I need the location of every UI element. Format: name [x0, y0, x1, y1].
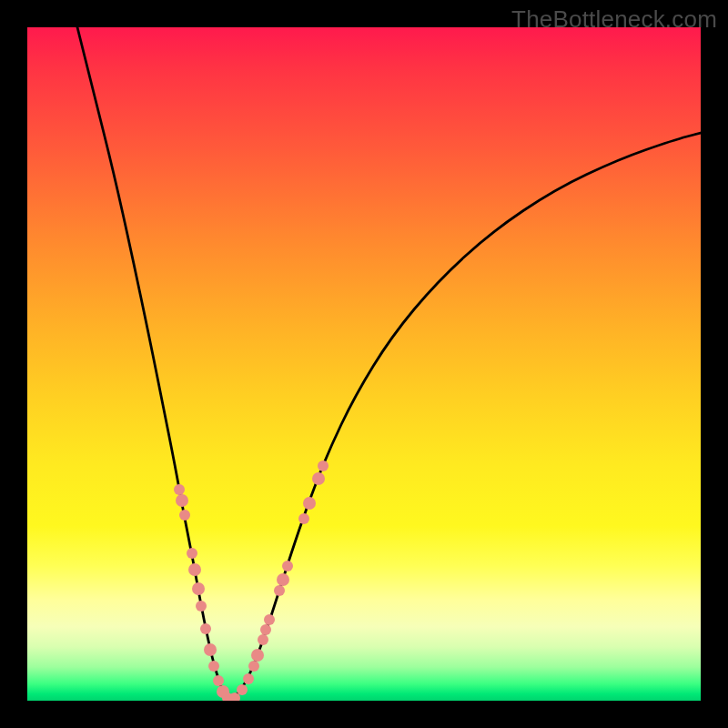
bead-marker	[312, 472, 325, 485]
bottleneck-curve	[77, 27, 701, 697]
bead-marker	[248, 661, 259, 672]
outer-frame: TheBottleneck.com	[0, 0, 728, 728]
bead-marker	[187, 548, 197, 559]
bead-marker	[192, 582, 205, 595]
bead-marker	[282, 561, 293, 571]
bead-marker	[251, 649, 264, 662]
bead-marker	[196, 601, 207, 612]
bead-marker	[213, 675, 224, 686]
bead-marker	[318, 460, 329, 471]
bead-marker	[188, 563, 201, 576]
bead-marker	[274, 585, 285, 596]
bead-marker	[208, 661, 219, 672]
bead-marker	[258, 634, 268, 645]
bottleneck-curve-svg	[27, 27, 701, 701]
bead-marker	[176, 494, 188, 507]
plot-area	[27, 27, 701, 701]
bead-marker	[179, 510, 190, 521]
bead-marker	[174, 484, 185, 495]
bead-marker	[303, 497, 316, 510]
bead-marker	[237, 684, 248, 695]
bead-marker	[260, 624, 271, 635]
bead-marker	[277, 573, 289, 586]
bead-marker	[264, 614, 275, 625]
bead-marker	[243, 673, 254, 684]
bead-marker	[204, 643, 217, 656]
bead-marker	[200, 623, 211, 634]
bead-marker	[298, 513, 309, 524]
